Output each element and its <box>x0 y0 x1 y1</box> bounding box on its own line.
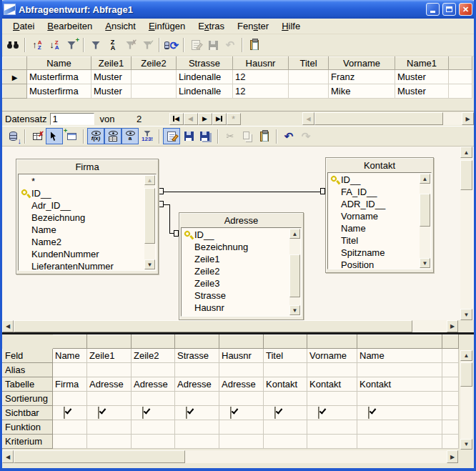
menu-datei[interactable]: Datei <box>6 19 41 33</box>
scroll-up-icon[interactable]: ▲ <box>144 175 155 185</box>
table-box-kontakt[interactable]: Kontakt ID__ FA_ID__ ADR_ID__ <box>325 157 434 273</box>
cell[interactable]: Muster <box>395 84 449 99</box>
field-item[interactable]: Zeile2 <box>184 265 301 277</box>
join-line-firma-adresse[interactable] <box>169 204 170 234</box>
sort-order-button[interactable]: ZA <box>104 37 122 54</box>
grid-cell-alias[interactable] <box>175 363 219 377</box>
field-item[interactable]: Postfach <box>184 314 301 317</box>
alias-button[interactable]: a <box>122 128 139 144</box>
remove-filter-button[interactable]: ✗ <box>122 37 139 54</box>
menu-ansicht[interactable]: Ansicht <box>99 19 142 33</box>
field-item[interactable]: ADR_ID__ <box>330 198 431 210</box>
grid-cell-sortierung[interactable] <box>264 392 307 406</box>
grid-cell-empty[interactable] <box>442 420 459 435</box>
field-item[interactable]: Vorname <box>330 210 431 222</box>
table-row[interactable]: ▶ Musterfirma Muster Lindenalle 12 Franz… <box>3 70 472 84</box>
cell[interactable]: Muster <box>395 70 449 84</box>
close-button[interactable]: ✕ <box>459 3 472 16</box>
grid-vertical-scrollbar[interactable]: ▲ ▼ <box>460 350 472 450</box>
grid-cell-kriterium[interactable] <box>132 435 175 449</box>
grid-cell-sortierung[interactable] <box>53 392 87 406</box>
scroll-down-icon[interactable]: ▼ <box>289 305 300 315</box>
scroll-up-icon[interactable]: ▲ <box>460 350 472 361</box>
cell[interactable] <box>132 70 177 84</box>
grid-cell-empty[interactable] <box>442 349 459 363</box>
grid-cell-feld[interactable]: Zeile2 <box>132 349 175 363</box>
field-item[interactable]: ID__ <box>21 187 156 199</box>
next-record-button[interactable]: ▶ <box>198 113 212 125</box>
grid-cell-alias[interactable] <box>307 363 357 377</box>
grid-cell-alias[interactable] <box>132 363 175 377</box>
grid-cell-tabelle[interactable]: Kontakt <box>307 377 357 392</box>
grid-cell-feld[interactable]: Zeile1 <box>87 349 132 363</box>
grid-cell-sortierung[interactable] <box>87 392 132 406</box>
design-horizontal-scrollbar[interactable]: ◀ ▶ <box>2 320 458 332</box>
grid-cell-kriterium[interactable] <box>87 435 132 449</box>
field-item[interactable]: Strasse <box>184 289 301 302</box>
field-item[interactable]: Hausnr <box>184 302 301 314</box>
grid-cell-kriterium[interactable] <box>175 435 219 449</box>
scroll-left-icon[interactable]: ◀ <box>2 450 14 463</box>
find-record-button[interactable] <box>4 37 21 54</box>
grid-cell-sichtbar[interactable] <box>87 406 132 420</box>
grid-cell-sichtbar[interactable] <box>264 406 307 420</box>
apply-filter-button[interactable]: ✓ <box>139 37 156 54</box>
grid-cell-empty[interactable] <box>442 435 459 449</box>
grid-cell-empty[interactable] <box>442 363 459 377</box>
grid-cell-empty[interactable] <box>442 406 459 420</box>
sort-ascending-button[interactable]: ↑AZ <box>29 37 46 54</box>
field-item[interactable]: ID__ <box>330 174 431 186</box>
grid-cell-tabelle[interactable]: Adresse <box>219 377 264 392</box>
grid-cell-tabelle[interactable]: Kontakt <box>264 377 307 392</box>
grid-cell-kriterium[interactable] <box>307 435 357 449</box>
grid-cell-tabelle[interactable]: Adresse <box>175 377 219 392</box>
table-row[interactable]: ▶ Musterfirma Muster Lindenalle 12 Mike … <box>3 84 472 99</box>
maximize-button[interactable] <box>442 3 456 16</box>
table-box-firma[interactable]: Firma * ID__ Adr_ID__ Bezeich <box>16 159 159 274</box>
field-list-scrollbar[interactable]: ▲ ▼ <box>420 174 430 268</box>
visible-checkbox[interactable] <box>368 407 370 419</box>
cell[interactable]: Musterfirma <box>27 70 91 84</box>
grid-cell-alias[interactable] <box>53 363 87 377</box>
grid-cell-sichtbar[interactable] <box>307 406 357 420</box>
field-item[interactable]: Adr_ID__ <box>21 199 156 212</box>
field-item[interactable]: Bezeichnung <box>21 212 156 224</box>
edit-data-button[interactable] <box>187 37 204 54</box>
scroll-left-icon[interactable]: ◀ <box>302 112 314 125</box>
scroll-right-icon[interactable]: ▶ <box>462 112 474 125</box>
cell[interactable]: 12 <box>233 70 289 84</box>
grid-cell-funktion[interactable] <box>357 420 442 435</box>
grid-cell-sortierung[interactable] <box>307 392 357 406</box>
grid-cell-sortierung[interactable] <box>219 392 264 406</box>
result-horizontal-scrollbar[interactable]: ◀ ▶ <box>302 112 474 125</box>
grid-column-headers[interactable] <box>3 335 459 349</box>
visible-checkbox[interactable] <box>142 407 144 419</box>
column-header[interactable]: Name1 <box>395 57 449 70</box>
visible-checkbox[interactable] <box>64 407 65 419</box>
grid-cell-feld[interactable]: Name <box>53 349 87 363</box>
column-header[interactable]: Name <box>27 57 91 70</box>
grid-cell-sichtbar[interactable] <box>175 406 219 420</box>
column-header[interactable]: Zeile2 <box>132 57 177 70</box>
undo-record-button[interactable]: ↶ <box>222 37 239 54</box>
field-list-scrollbar[interactable]: ▲ ▼ <box>144 175 155 269</box>
field-item[interactable]: Position <box>330 259 431 269</box>
grid-cell-funktion[interactable] <box>219 420 264 435</box>
field-item[interactable]: Name <box>21 224 156 236</box>
grid-cell-sichtbar[interactable] <box>219 406 264 420</box>
scroll-down-icon[interactable]: ▼ <box>460 439 472 450</box>
menu-einfuegen[interactable]: Einfügen <box>142 19 192 33</box>
grid-cell-feld[interactable]: Hausnr <box>219 349 264 363</box>
field-item[interactable]: Name <box>330 222 431 234</box>
column-header[interactable]: Vorname <box>329 57 395 70</box>
autofilter-button[interactable]: + <box>63 37 80 54</box>
cell[interactable]: Lindenalle <box>177 70 233 84</box>
cell[interactable]: Musterfirma <box>27 84 91 99</box>
grid-cell-sortierung[interactable] <box>132 392 175 406</box>
save-record-button[interactable] <box>204 37 222 54</box>
grid-cell-empty[interactable] <box>442 377 459 392</box>
refresh-button[interactable]: ⟳ <box>163 37 180 54</box>
scroll-left-icon[interactable]: ◀ <box>2 320 14 332</box>
grid-cell-feld[interactable]: Vorname <box>307 349 357 363</box>
field-item[interactable]: FA_ID__ <box>330 186 431 198</box>
